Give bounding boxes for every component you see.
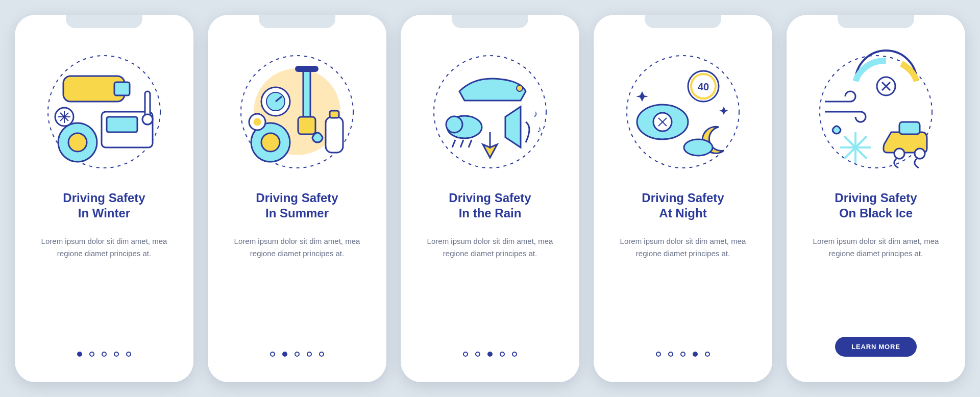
page-dot[interactable] (319, 352, 324, 357)
onboarding-screen: Driving Safety On Black Ice Lorem ipsum … (787, 15, 965, 382)
phone-notch (66, 15, 142, 28)
svg-line-33 (460, 140, 463, 147)
screen-title: Driving Safety In Summer (256, 190, 338, 221)
page-dot[interactable] (295, 352, 300, 357)
screen-title: Driving Safety On Black Ice (835, 190, 917, 221)
page-dot[interactable] (705, 352, 710, 357)
phone-notch (645, 15, 721, 28)
svg-rect-18 (298, 117, 315, 134)
screen-body: Lorem ipsum dolor sit dim amet, mea regi… (35, 235, 173, 260)
page-indicator (463, 352, 517, 357)
screen-body: Lorem ipsum dolor sit dim amet, mea regi… (228, 235, 366, 260)
rain-driving-icon: ♪ ♪ (424, 45, 556, 178)
svg-line-34 (469, 140, 472, 147)
page-dot[interactable] (77, 352, 82, 357)
page-dot[interactable] (487, 352, 493, 357)
page-dot[interactable] (500, 352, 505, 357)
screen-body: Lorem ipsum dolor sit dim amet, mea regi… (614, 235, 752, 260)
page-dot[interactable] (126, 352, 131, 357)
svg-point-6 (68, 133, 87, 152)
page-indicator (656, 352, 710, 357)
screen-body: Lorem ipsum dolor sit dim amet, mea regi… (807, 235, 945, 260)
phone-notch (259, 15, 335, 28)
svg-point-29 (517, 85, 523, 91)
svg-rect-2 (114, 82, 130, 95)
svg-rect-17 (295, 66, 318, 72)
svg-rect-27 (330, 111, 339, 118)
svg-text:♪: ♪ (537, 124, 542, 134)
page-dot[interactable] (114, 352, 119, 357)
page-indicator (77, 352, 131, 357)
svg-point-13 (142, 114, 153, 125)
svg-marker-47 (719, 107, 728, 115)
svg-rect-26 (326, 117, 343, 153)
page-dot[interactable] (656, 352, 661, 357)
screen-title: Driving Safety In the Rain (449, 190, 531, 221)
svg-text:♪: ♪ (533, 109, 538, 119)
page-dot[interactable] (270, 352, 275, 357)
svg-rect-4 (107, 117, 137, 132)
svg-point-45 (684, 139, 713, 156)
page-dot[interactable] (680, 352, 685, 357)
page-dot[interactable] (102, 352, 107, 357)
svg-point-31 (446, 116, 462, 133)
onboarding-screen: ♪ ♪ Driving Safety In the Rain Lorem ips… (401, 15, 579, 382)
page-dot[interactable] (512, 352, 517, 357)
winter-driving-icon (38, 45, 170, 178)
onboarding-screen: Driving Safety In Summer Lorem ipsum dol… (208, 15, 386, 382)
screen-title: Driving Safety At Night (642, 190, 724, 221)
page-indicator (270, 352, 324, 357)
learn-more-button[interactable]: LEARN MORE (835, 337, 916, 357)
page-dot[interactable] (475, 352, 480, 357)
svg-text:40: 40 (698, 81, 709, 92)
screen-title: Driving Safety In Winter (63, 190, 145, 221)
svg-point-53 (894, 148, 904, 159)
page-dot[interactable] (463, 352, 468, 357)
svg-point-54 (915, 148, 925, 159)
summer-driving-icon (231, 45, 363, 178)
page-dot[interactable] (307, 352, 312, 357)
svg-line-32 (452, 140, 455, 147)
page-dot[interactable] (89, 352, 94, 357)
svg-rect-12 (145, 91, 150, 117)
svg-rect-52 (899, 122, 920, 134)
night-driving-icon: 40 (617, 45, 749, 178)
phone-notch (838, 15, 914, 28)
svg-rect-16 (303, 71, 310, 117)
onboarding-screen: Driving Safety In Winter Lorem ipsum dol… (15, 15, 193, 382)
page-dot[interactable] (693, 352, 698, 357)
black-ice-driving-icon (810, 45, 942, 178)
screen-body: Lorem ipsum dolor sit dim amet, mea regi… (421, 235, 559, 260)
page-dot[interactable] (282, 352, 287, 357)
onboarding-screen: 40 Driving Safety At Night Lorem ipsum d… (594, 15, 772, 382)
svg-point-25 (254, 119, 260, 125)
svg-marker-46 (636, 91, 648, 102)
phone-notch (452, 15, 528, 28)
page-dot[interactable] (668, 352, 673, 357)
svg-point-23 (261, 133, 280, 152)
